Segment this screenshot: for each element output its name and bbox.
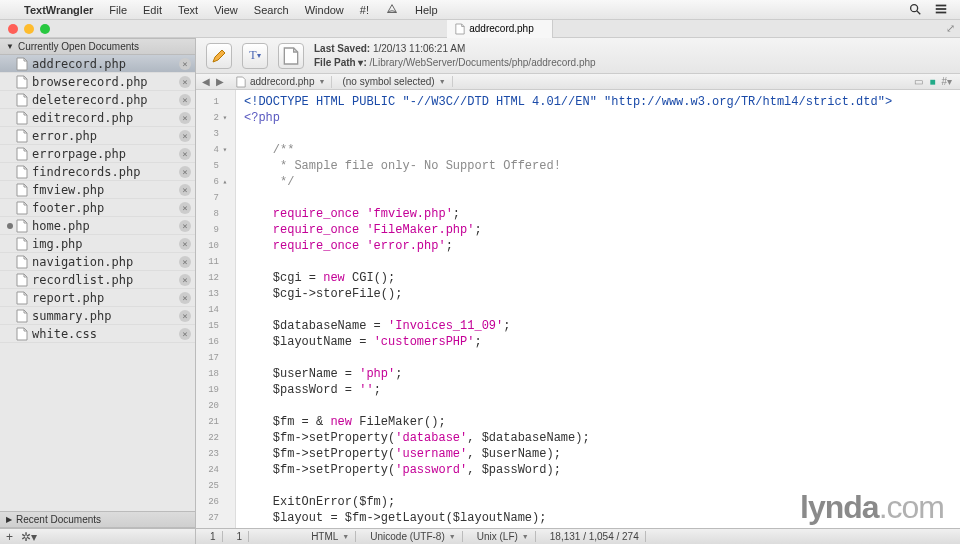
file-info: Last Saved: 1/20/13 11:06:21 AM File Pat… xyxy=(314,42,596,70)
close-file-icon[interactable]: × xyxy=(179,238,191,250)
file-crumb[interactable]: addrecord.php ▼ xyxy=(230,76,332,88)
code-area: 12▾34▾56▴7891011121314151617181920212223… xyxy=(196,90,960,528)
sidebar-file-item[interactable]: findrecords.php× xyxy=(0,163,195,181)
sidebar-file-item[interactable]: img.php× xyxy=(0,235,195,253)
fullscreen-icon[interactable]: ⤢ xyxy=(940,22,960,35)
menu-edit[interactable]: Edit xyxy=(143,4,162,16)
symbol-crumb-label: (no symbol selected) xyxy=(342,76,434,87)
status-line-endings[interactable]: Unix (LF)▼ xyxy=(471,531,536,542)
file-name: summary.php xyxy=(32,309,179,323)
status-bar: 1 1 HTML▼ Unicode (UTF-8)▼ Unix (LF)▼ 18… xyxy=(196,528,960,544)
sidebar-file-item[interactable]: navigation.php× xyxy=(0,253,195,271)
close-file-icon[interactable]: × xyxy=(179,112,191,124)
pencil-tool-icon[interactable] xyxy=(206,43,232,69)
close-file-icon[interactable]: × xyxy=(179,58,191,70)
menu-window[interactable]: Window xyxy=(305,4,344,16)
svg-rect-4 xyxy=(936,11,947,13)
close-file-icon[interactable]: × xyxy=(179,202,191,214)
nav-icon-1[interactable]: ▭ xyxy=(914,76,923,87)
menu-apple-script-icon[interactable] xyxy=(385,2,399,18)
status-line[interactable]: 1 xyxy=(204,531,223,542)
document-icon xyxy=(455,23,465,35)
document-icon xyxy=(16,291,28,305)
traffic-close-icon[interactable] xyxy=(8,24,18,34)
close-file-icon[interactable]: × xyxy=(179,256,191,268)
svg-point-0 xyxy=(911,4,918,11)
window-tab[interactable]: addrecord.php xyxy=(447,20,553,38)
status-language[interactable]: HTML▼ xyxy=(305,531,356,542)
svg-rect-2 xyxy=(936,4,947,6)
menu-text[interactable]: Text xyxy=(178,4,198,16)
close-file-icon[interactable]: × xyxy=(179,328,191,340)
sidebar-file-item[interactable]: report.php× xyxy=(0,289,195,307)
sidebar-file-item[interactable]: footer.php× xyxy=(0,199,195,217)
sidebar-file-item[interactable]: recordlist.php× xyxy=(0,271,195,289)
editor-window: addrecord.php ⤢ ▼ Currently Open Documen… xyxy=(0,20,960,544)
sidebar-file-item[interactable]: errorpage.php× xyxy=(0,145,195,163)
sidebar-file-item[interactable]: fmview.php× xyxy=(0,181,195,199)
nav-icon-3[interactable]: #▾ xyxy=(941,76,952,87)
nav-icon-2[interactable]: ■ xyxy=(929,76,935,87)
nav-forward-icon[interactable]: ▶ xyxy=(214,76,226,87)
last-saved-value: 1/20/13 11:06:21 AM xyxy=(373,43,465,54)
open-documents-header[interactable]: ▼ Currently Open Documents xyxy=(0,38,195,55)
sidebar-file-item[interactable]: error.php× xyxy=(0,127,195,145)
document-info-icon[interactable] xyxy=(278,43,304,69)
menu-extras-icon[interactable] xyxy=(934,2,948,18)
traffic-min-icon[interactable] xyxy=(24,24,34,34)
spotlight-icon[interactable] xyxy=(908,2,922,18)
sidebar-file-item[interactable]: addrecord.php× xyxy=(0,55,195,73)
sidebar-file-item[interactable]: editrecord.php× xyxy=(0,109,195,127)
menu-view[interactable]: View xyxy=(214,4,238,16)
text-options-icon[interactable]: T▾ xyxy=(242,43,268,69)
sidebar-file-item[interactable]: home.php× xyxy=(0,217,195,235)
file-name: editrecord.php xyxy=(32,111,179,125)
svg-line-1 xyxy=(917,10,921,14)
sidebar-file-item[interactable]: deleterecord.php× xyxy=(0,91,195,109)
gear-icon[interactable]: ✲▾ xyxy=(21,530,37,544)
close-file-icon[interactable]: × xyxy=(179,274,191,286)
menu-search[interactable]: Search xyxy=(254,4,289,16)
close-file-icon[interactable]: × xyxy=(179,310,191,322)
file-path-value[interactable]: /Library/WebServer/Documents/php/addreco… xyxy=(370,57,596,68)
add-button[interactable]: + xyxy=(6,530,13,544)
nav-back-icon[interactable]: ◀ xyxy=(200,76,212,87)
line-gutter[interactable]: 12▾34▾56▴7891011121314151617181920212223… xyxy=(196,90,236,528)
close-file-icon[interactable]: × xyxy=(179,76,191,88)
document-icon xyxy=(16,237,28,251)
documents-sidebar: ▼ Currently Open Documents addrecord.php… xyxy=(0,38,196,544)
recent-documents-label: Recent Documents xyxy=(16,514,101,525)
traffic-zoom-icon[interactable] xyxy=(40,24,50,34)
file-name: recordlist.php xyxy=(32,273,179,287)
menu-help[interactable]: Help xyxy=(415,4,438,16)
sidebar-file-item[interactable]: white.css× xyxy=(0,325,195,343)
document-icon xyxy=(16,201,28,215)
menu-shebang[interactable]: #! xyxy=(360,4,369,16)
file-name: error.php xyxy=(32,129,179,143)
svg-rect-3 xyxy=(936,8,947,10)
file-name: img.php xyxy=(32,237,179,251)
symbol-crumb[interactable]: (no symbol selected) ▼ xyxy=(336,76,452,87)
window-tab-title: addrecord.php xyxy=(469,23,534,34)
close-file-icon[interactable]: × xyxy=(179,94,191,106)
file-name: deleterecord.php xyxy=(32,93,179,107)
close-file-icon[interactable]: × xyxy=(179,166,191,178)
close-file-icon[interactable]: × xyxy=(179,130,191,142)
menu-file[interactable]: File xyxy=(109,4,127,16)
status-encoding[interactable]: Unicode (UTF-8)▼ xyxy=(364,531,462,542)
code-text[interactable]: <!DOCTYPE HTML PUBLIC "-//W3C//DTD HTML … xyxy=(236,90,960,528)
document-icon xyxy=(16,75,28,89)
last-saved-label: Last Saved: xyxy=(314,43,370,54)
app-menu[interactable]: TextWrangler xyxy=(24,4,93,16)
document-icon xyxy=(16,309,28,323)
recent-documents-header[interactable]: ▶ Recent Documents xyxy=(0,511,195,528)
status-col[interactable]: 1 xyxy=(231,531,250,542)
file-name: errorpage.php xyxy=(32,147,179,161)
close-file-icon[interactable]: × xyxy=(179,220,191,232)
document-icon xyxy=(16,273,28,287)
sidebar-file-item[interactable]: summary.php× xyxy=(0,307,195,325)
close-file-icon[interactable]: × xyxy=(179,148,191,160)
close-file-icon[interactable]: × xyxy=(179,292,191,304)
close-file-icon[interactable]: × xyxy=(179,184,191,196)
sidebar-file-item[interactable]: browserecord.php× xyxy=(0,73,195,91)
